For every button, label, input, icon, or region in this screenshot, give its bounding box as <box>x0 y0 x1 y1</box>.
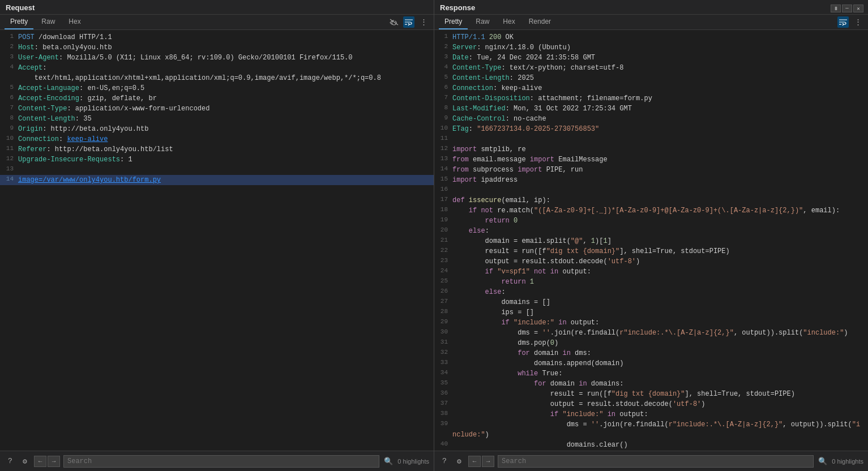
resp-line-4: 4 Content-Type: text/x-python; charset=u… <box>434 63 868 73</box>
resp-line-14: 14 from subprocess import PIPE, run <box>434 165 868 175</box>
resp-line-27: 27 domains = [] <box>434 297 868 307</box>
request-search-input[interactable] <box>63 455 379 468</box>
request-tab-bar: Pretty Raw Hex ⋮ <box>0 15 434 30</box>
resp-line-36: 36 result = run([f"dig txt {domain}"], s… <box>434 389 868 399</box>
request-line-3: 3 User-Agent: Mozilla/5.0 (X11; Linux x8… <box>0 53 434 63</box>
request-help-icon[interactable]: ? <box>5 456 16 467</box>
more-options-icon[interactable]: ⋮ <box>418 16 429 28</box>
resp-line-34: 34 while True: <box>434 369 868 379</box>
resp-line-8: 8 Last-Modified: Mon, 31 Oct 2022 17:25:… <box>434 104 868 114</box>
request-line-8: 8 Content-Length: 35 <box>0 114 434 124</box>
resp-line-25: 25 return 1 <box>434 277 868 287</box>
resp-line-11: 11 <box>434 134 868 144</box>
resp-line-17: 17 def issecure(email, ip): <box>434 195 868 205</box>
response-tab-bar: Pretty Raw Hex Render ⋮ <box>434 15 868 30</box>
request-line-5: 5 Accept-Language: en-US,en;q=0.5 <box>0 83 434 93</box>
request-line-9: 9 Origin: http://beta.only4you.htb <box>0 124 434 134</box>
tab-response-hex[interactable]: Hex <box>497 15 520 29</box>
resp-line-20: 20 else: <box>434 226 868 236</box>
response-help-icon[interactable]: ? <box>439 456 450 467</box>
resp-line-15: 15 import ipaddress <box>434 175 868 185</box>
resp-line-19: 19 return 0 <box>434 216 868 226</box>
resp-line-16: 16 <box>434 185 868 195</box>
resp-line-37: 37 output = result.stdout.decode('utf-8'… <box>434 399 868 409</box>
request-highlights-badge: 0 highlights <box>397 458 429 465</box>
resp-line-10: 10 ETag: "1667237134.0-2025-2730756853" <box>434 124 868 134</box>
pause-button[interactable]: ⏸ <box>831 5 841 12</box>
request-line-14: 14 image=/var/www/only4you.htb/form.py <box>0 175 434 185</box>
resp-line-40: 40 domains.clear() <box>434 440 868 450</box>
resp-line-3: 3 Date: Tue, 24 Dec 2024 21:35:58 GMT <box>434 53 868 63</box>
resp-line-28: 28 ips = [] <box>434 307 868 318</box>
request-search-go-icon[interactable]: 🔍 <box>383 456 394 467</box>
response-forward-button[interactable]: → <box>482 456 494 467</box>
request-line-12: 12 Upgrade-Insecure-Requests: 1 <box>0 155 434 165</box>
resp-line-31: 31 dms.pop(0) <box>434 338 868 348</box>
request-code-area: 1 POST /download HTTP/1.1 2 Host: beta.o… <box>0 30 434 451</box>
response-wrap-icon[interactable] <box>837 16 849 28</box>
resp-line-21: 21 domain = email.split("@", 1)[1] <box>434 236 868 246</box>
request-line-11: 11 Referer: http://beta.only4you.htb/lis… <box>0 144 434 155</box>
resp-line-12: 12 import smtplib, re <box>434 144 868 155</box>
request-search-bar: ? ⚙ ← → 🔍 0 highlights <box>0 451 434 471</box>
tab-request-hex[interactable]: Hex <box>63 15 86 29</box>
response-search-bar: ? ⚙ ← → 🔍 0 highlights <box>434 451 868 471</box>
resp-line-5: 5 Content-Length: 2025 <box>434 73 868 83</box>
response-more-icon[interactable]: ⋮ <box>852 16 863 28</box>
request-line-4b: text/html,application/xhtml+xml,applicat… <box>0 73 434 83</box>
minimize-button[interactable]: — <box>842 5 852 12</box>
request-header: Request <box>0 0 434 15</box>
response-settings-icon[interactable]: ⚙ <box>454 456 465 467</box>
resp-line-6: 6 Connection: keep-alive <box>434 83 868 93</box>
request-settings-icon[interactable]: ⚙ <box>19 456 31 467</box>
tab-request-pretty[interactable]: Pretty <box>5 15 33 29</box>
wrap-text-icon[interactable] <box>403 16 414 28</box>
close-button[interactable]: ✕ <box>853 5 863 12</box>
response-search-input[interactable] <box>498 455 814 468</box>
resp-line-23: 23 output = result.stdout.decode('utf-8'… <box>434 256 868 267</box>
resp-line-26: 26 else: <box>434 287 868 297</box>
resp-line-30: 30 dms = ''.join(re.findall(r"include:.*… <box>434 328 868 338</box>
request-line-2: 2 Host: beta.only4you.htb <box>0 42 434 53</box>
resp-line-32: 32 for domain in dms: <box>434 348 868 358</box>
request-line-4a: 4 Accept: <box>0 63 434 73</box>
resp-line-33: 33 domains.append(domain) <box>434 358 868 369</box>
request-line-10: 10 Connection: keep-alive <box>0 134 434 144</box>
resp-line-18: 18 if not re.match("([A-Za-z0-9]+[._])*[… <box>434 205 868 216</box>
tab-response-raw[interactable]: Raw <box>470 15 495 29</box>
tab-response-render[interactable]: Render <box>523 15 557 29</box>
resp-line-39: 39 dms = ''.join(re.findall(r"include:.*… <box>434 419 868 440</box>
request-line-1: 1 POST /download HTTP/1.1 <box>0 32 434 42</box>
response-highlights-badge: 0 highlights <box>832 458 863 465</box>
response-header: Response <box>434 0 868 15</box>
resp-line-2: 2 Server: nginx/1.18.0 (Ubuntu) <box>434 42 868 53</box>
request-back-button[interactable]: ← <box>34 456 46 467</box>
request-line-6: 6 Accept-Encoding: gzip, deflate, br <box>0 93 434 104</box>
resp-line-22: 22 result = run([f"dig txt {domain}"], s… <box>434 246 868 256</box>
tab-request-raw[interactable]: Raw <box>36 15 61 29</box>
resp-line-9: 9 Cache-Control: no-cache <box>434 114 868 124</box>
resp-line-1: 1 HTTP/1.1 200 OK <box>434 32 868 42</box>
eye-off-icon[interactable] <box>388 16 400 28</box>
resp-line-7: 7 Content-Disposition: attachment; filen… <box>434 93 868 104</box>
resp-line-38: 38 if "include:" in output: <box>434 409 868 419</box>
response-back-button[interactable]: ← <box>468 456 481 467</box>
request-forward-button[interactable]: → <box>48 456 60 467</box>
resp-line-35: 35 for domain in domains: <box>434 379 868 389</box>
response-search-go-icon[interactable]: 🔍 <box>817 456 828 467</box>
resp-line-13: 13 from email.message import EmailMessag… <box>434 155 868 165</box>
resp-line-24: 24 if "v=spf1" not in output: <box>434 267 868 277</box>
request-panel: Request Pretty Raw Hex <box>0 0 434 471</box>
request-line-13: 13 <box>0 165 434 175</box>
request-line-7: 7 Content-Type: application/x-www-form-u… <box>0 104 434 114</box>
response-panel: Response Pretty Raw Hex Render ⋮ 1 <box>434 0 868 471</box>
tab-response-pretty[interactable]: Pretty <box>439 15 468 29</box>
resp-line-29: 29 if "include:" in output: <box>434 318 868 328</box>
response-code-area: 1 HTTP/1.1 200 OK 2 Server: nginx/1.18.0… <box>434 30 868 451</box>
